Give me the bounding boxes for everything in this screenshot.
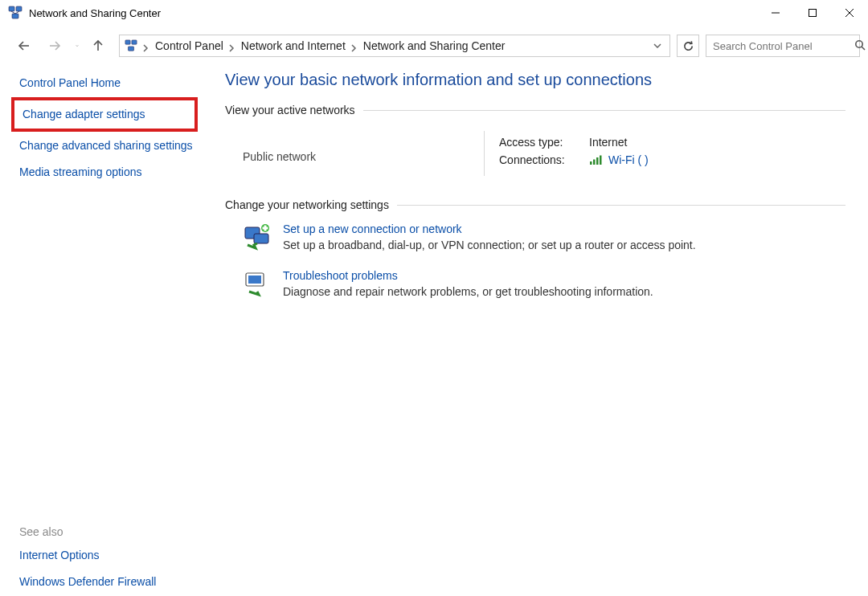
- svg-rect-2: [12, 14, 18, 18]
- section-label: Change your networking settings: [225, 198, 389, 211]
- active-networks-header: View your active networks: [225, 104, 845, 116]
- svg-rect-25: [263, 227, 268, 230]
- breadcrumb-root[interactable]: Control Panel: [155, 39, 223, 52]
- svg-line-16: [862, 47, 865, 50]
- network-center-icon: [8, 6, 23, 20]
- task-setup-connection: Set up a new connection or network Set u…: [243, 222, 845, 251]
- svg-rect-1: [16, 6, 22, 11]
- access-type-value: Internet: [589, 136, 627, 149]
- close-button[interactable]: [831, 0, 868, 26]
- svg-rect-12: [125, 40, 130, 44]
- forward-button[interactable]: [45, 36, 64, 55]
- main-content: View your basic network information and …: [201, 64, 868, 596]
- svg-rect-6: [809, 10, 817, 17]
- sidebar: Control Panel Home Change adapter settin…: [0, 64, 201, 596]
- svg-line-3: [11, 11, 15, 14]
- breadcrumb-mid[interactable]: Network and Internet: [241, 39, 346, 52]
- task-troubleshoot-link[interactable]: Troubleshoot problems: [283, 269, 653, 282]
- svg-rect-22: [254, 234, 268, 243]
- see-also-heading: See also: [19, 525, 193, 538]
- chevron-right-icon: [142, 42, 150, 50]
- sidebar-item-home[interactable]: Control Panel Home: [19, 76, 193, 91]
- refresh-button[interactable]: [677, 35, 699, 57]
- address-row: Control Panel Network and Internet Netwo…: [0, 32, 868, 59]
- search-input[interactable]: [711, 39, 850, 53]
- active-network: Public network Access type: Internet Con…: [243, 131, 845, 176]
- breadcrumb-icon: [125, 39, 137, 52]
- back-button[interactable]: [14, 36, 34, 55]
- window-title: Network and Sharing Center: [29, 7, 757, 19]
- history-dropdown[interactable]: [76, 39, 79, 53]
- window-controls: [757, 0, 868, 26]
- chevron-right-icon: [228, 42, 236, 50]
- sidebar-item-advanced-sharing[interactable]: Change advanced sharing settings: [19, 138, 193, 153]
- see-also-internet-options[interactable]: Internet Options: [19, 548, 193, 563]
- svg-rect-20: [600, 156, 602, 165]
- page-title: View your basic network information and …: [225, 71, 845, 89]
- connections-label: Connections:: [499, 153, 589, 166]
- access-type-label: Access type:: [499, 136, 589, 149]
- sidebar-item-adapter-settings[interactable]: Change adapter settings: [23, 107, 186, 122]
- search-icon: [854, 39, 866, 52]
- breadcrumb-leaf[interactable]: Network and Sharing Center: [363, 39, 506, 52]
- troubleshoot-icon: [243, 269, 272, 298]
- change-settings-header: Change your networking settings: [225, 198, 845, 211]
- svg-rect-13: [132, 40, 137, 44]
- task-setup-link[interactable]: Set up a new connection or network: [283, 222, 696, 235]
- see-also-firewall[interactable]: Windows Defender Firewall: [19, 574, 193, 590]
- connections-link[interactable]: Wi-Fi ( ): [589, 153, 649, 166]
- setup-connection-icon: [243, 222, 272, 251]
- address-bar[interactable]: Control Panel Network and Internet Netwo…: [119, 35, 670, 57]
- sidebar-item-media-streaming[interactable]: Media streaming options: [19, 165, 193, 180]
- chevron-right-icon: [350, 42, 358, 50]
- wifi-signal-icon: [589, 154, 604, 165]
- maximize-button[interactable]: [794, 0, 831, 26]
- task-troubleshoot: Troubleshoot problems Diagnose and repai…: [243, 269, 845, 298]
- search-box[interactable]: [706, 35, 860, 57]
- minimize-button[interactable]: [757, 0, 794, 26]
- network-type: Public network: [243, 150, 484, 163]
- title-bar: Network and Sharing Center: [0, 0, 868, 26]
- task-troubleshoot-desc: Diagnose and repair network problems, or…: [283, 285, 653, 298]
- svg-rect-18: [593, 160, 596, 165]
- svg-line-4: [15, 11, 19, 14]
- task-setup-desc: Set up a broadband, dial-up, or VPN conn…: [283, 239, 696, 251]
- svg-rect-17: [590, 161, 592, 165]
- up-button[interactable]: [88, 36, 108, 55]
- highlighted-item: Change adapter settings: [11, 97, 198, 132]
- svg-rect-27: [248, 276, 261, 284]
- section-label: View your active networks: [225, 104, 355, 116]
- svg-rect-0: [9, 6, 14, 11]
- svg-rect-19: [596, 157, 599, 165]
- svg-rect-14: [128, 47, 133, 51]
- address-dropdown[interactable]: [650, 39, 665, 53]
- connections-value: Wi-Fi ( ): [608, 153, 649, 166]
- svg-point-15: [856, 41, 862, 47]
